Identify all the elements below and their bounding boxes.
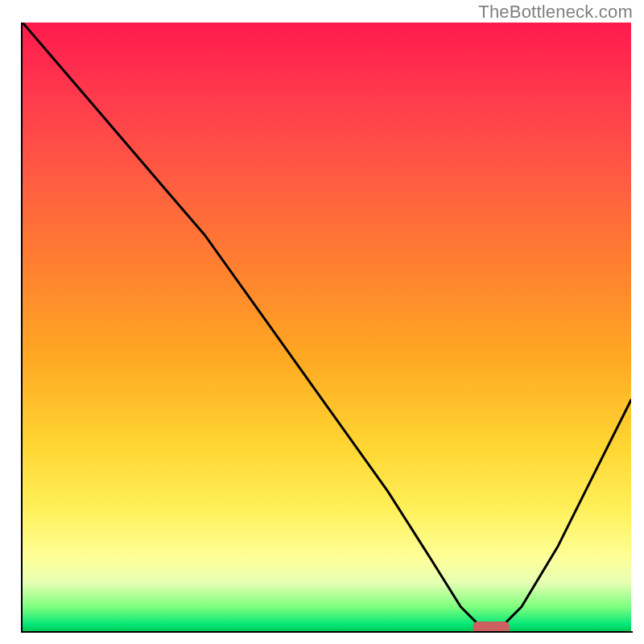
x-axis (21, 631, 633, 633)
chart-container: TheBottleneck.com (0, 0, 644, 644)
optimum-marker (473, 621, 509, 631)
chart-overlay (23, 23, 631, 631)
y-axis (21, 23, 23, 633)
watermark-text: TheBottleneck.com (478, 2, 633, 23)
plot-area (23, 23, 631, 631)
bottleneck-curve (23, 23, 631, 631)
